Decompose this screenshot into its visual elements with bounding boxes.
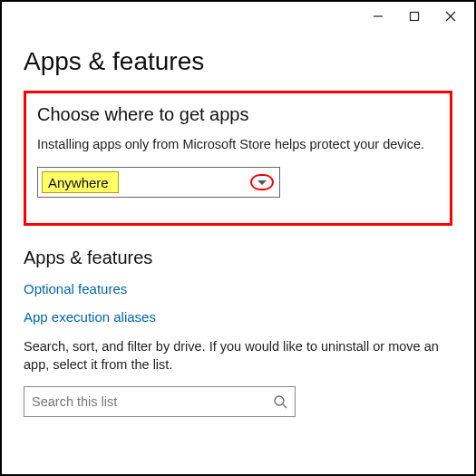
choose-apps-description: Installing apps only from Microsoft Stor… [37, 136, 439, 154]
settings-window: Apps & features Choose where to get apps… [0, 0, 476, 476]
dropdown-selected-value: Anywhere [42, 171, 119, 193]
optional-features-link[interactable]: Optional features [24, 281, 452, 296]
app-source-dropdown[interactable]: Anywhere [37, 167, 280, 198]
svg-line-5 [283, 404, 287, 408]
page-title: Apps & features [24, 47, 452, 76]
search-input[interactable]: Search this list [24, 386, 296, 417]
minimize-button[interactable] [360, 4, 396, 29]
maximize-button[interactable] [396, 4, 432, 29]
svg-rect-1 [411, 13, 419, 21]
apps-features-heading: Apps & features [24, 248, 452, 268]
choose-apps-heading: Choose where to get apps [37, 104, 439, 125]
close-button[interactable] [432, 4, 469, 29]
apps-body-text: Search, sort, and filter by drive. If yo… [24, 337, 452, 374]
dropdown-chevron-highlight [250, 174, 274, 190]
chevron-down-icon [257, 180, 267, 185]
app-execution-aliases-link[interactable]: App execution aliases [24, 309, 452, 325]
search-icon [273, 394, 287, 409]
content-area: Apps & features Choose where to get apps… [2, 31, 474, 426]
svg-point-4 [275, 396, 284, 405]
search-placeholder: Search this list [32, 394, 117, 409]
choose-apps-section-highlight: Choose where to get apps Installing apps… [24, 91, 452, 226]
titlebar [2, 2, 474, 31]
